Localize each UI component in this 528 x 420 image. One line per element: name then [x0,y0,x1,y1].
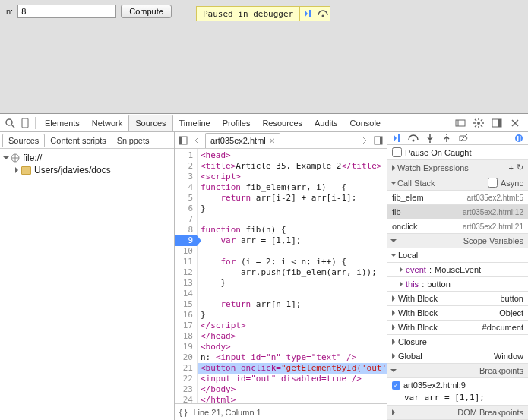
pause-on-caught-label: Pause On Caught [405,148,471,157]
deactivate-breakpoints-icon[interactable] [457,132,470,144]
callstack-header[interactable]: Call Stack Async [387,175,528,191]
disclosure-icon[interactable] [15,167,18,173]
tree-root[interactable]: file:// [5,152,169,164]
disclosure-icon[interactable] [3,156,9,159]
close-devtools-icon[interactable] [508,116,522,130]
scope-with-block[interactable]: With Block#document [387,321,528,335]
nav-back-icon[interactable] [190,134,204,147]
devtools-tab-audits[interactable]: Audits [308,115,344,131]
scope-with-block[interactable]: With Blockbutton [387,292,528,306]
svg-point-0 [321,15,324,17]
compute-button[interactable]: Compute [121,5,172,18]
scope-global[interactable]: GlobalWindow [387,349,528,364]
editor-statusbar: { } Line 21, Column 1 [175,403,387,420]
code-area[interactable]: <head><title>Article 35, Example 2</titl… [198,149,387,403]
chevron-right-icon [392,409,395,415]
resume-icon[interactable] [299,7,315,21]
devtools-toolbar: ElementsNetworkSourcesTimelineProfilesRe… [0,114,528,132]
devtools-tab-timeline[interactable]: Timeline [173,115,217,131]
pause-on-caught-checkbox[interactable] [392,147,402,157]
device-icon[interactable] [18,116,32,130]
breakpoints-header[interactable]: Breakpoints [387,364,528,378]
breakpoint-checkbox[interactable]: ✓ [392,381,400,390]
scope-var[interactable]: this: button [387,277,528,292]
svg-rect-3 [22,118,28,128]
drawer-icon[interactable] [454,116,467,130]
devtools-tab-profiles[interactable]: Profiles [217,115,257,131]
async-checkbox[interactable] [488,178,498,188]
scope-closure[interactable]: Closure [387,335,528,349]
add-watch-icon[interactable]: + [509,163,514,172]
dom-breakpoints-header[interactable]: DOM Breakpoints [387,406,528,420]
pretty-print-icon[interactable]: { } [179,408,187,417]
devtools: ElementsNetworkSourcesTimelineProfilesRe… [0,114,528,420]
label-n: n: [6,7,13,16]
watch-header[interactable]: Watch Expressions +↻ [387,160,528,175]
callstack-frame[interactable]: onclickart035ex2.html:21 [387,219,528,234]
navigator-tab[interactable]: Sources [2,134,45,147]
close-icon[interactable]: ✕ [269,137,275,145]
callstack-frame[interactable]: fib_elemart035ex2.html:5 [387,191,528,205]
scope-var[interactable]: event: MouseEvent [387,263,528,277]
pause-exceptions-icon[interactable] [513,132,525,144]
step-into-icon[interactable] [424,132,436,144]
editor-pane: art035ex2.html ✕ 12345678910111213141516… [175,132,387,420]
svg-point-24 [413,140,415,142]
chevron-down-icon [390,254,397,257]
callstack-frame[interactable]: fibart035ex2.html:12 [387,205,528,219]
chevron-right-icon [400,267,403,273]
sidebar-toggle-icon[interactable] [371,134,385,147]
chevron-right-icon [392,339,395,345]
navigator-tab[interactable]: Snippets [112,134,155,147]
debugger-paused-text: Paused in debugger [197,8,299,21]
tree-folder[interactable]: Users/jdavies/docs [5,164,169,176]
scope-header[interactable]: Scope Variables [387,234,528,248]
chevron-down-icon [390,369,397,372]
step-over-icon[interactable] [407,132,419,144]
dock-icon[interactable] [490,116,504,130]
refresh-icon[interactable]: ↻ [517,163,523,172]
step-out-icon[interactable] [441,132,453,144]
file-tree[interactable]: file:// Users/jdavies/docs [0,149,174,420]
devtools-tab-network[interactable]: Network [86,115,128,131]
editor-tab-label: art035ex2.html [210,136,266,145]
svg-rect-29 [517,136,519,141]
editor-tab[interactable]: art035ex2.html ✕ [205,133,280,148]
devtools-tab-sources[interactable]: Sources [128,115,172,131]
scope-local[interactable]: Local [387,248,528,263]
scope-with-block[interactable]: With BlockObject [387,306,528,321]
n-input[interactable] [17,5,116,18]
breakpoint-code: var arr = [1,1]; [392,393,485,403]
tree-root-label: file:// [23,153,42,163]
devtools-tab-elements[interactable]: Elements [39,115,86,131]
chevron-right-icon [392,353,395,359]
devtools-tab-resources[interactable]: Resources [256,115,308,131]
page-content: n: Compute Paused in debugger [0,0,528,114]
chevron-down-icon [390,182,397,185]
svg-line-14 [481,119,482,121]
code-editor[interactable]: 1234567891011121314151617181920212223242… [175,149,387,403]
debugger-sidebar: Pause On Caught Watch Expressions +↻ Cal… [387,132,528,420]
folder-icon [21,166,31,175]
editor-tabbar: art035ex2.html ✕ [175,132,387,149]
svg-point-28 [515,134,523,142]
chevron-right-icon [392,165,395,171]
inspect-icon[interactable] [3,116,17,130]
nav-toggle-icon[interactable] [176,134,190,147]
nav-forward-icon[interactable] [358,134,371,147]
chevron-right-icon [400,281,403,287]
line-gutter[interactable]: 1234567891011121314151617181920212223242… [175,149,198,403]
debugger-paused-badge: Paused in debugger [196,6,330,21]
pause-on-caught-row[interactable]: Pause On Caught [387,145,528,160]
breakpoint-item[interactable]: ✓art035ex2.html:9 var arr = [1,1]; [387,378,528,406]
svg-rect-21 [179,137,182,144]
devtools-tabs: ElementsNetworkSourcesTimelineProfilesRe… [39,114,387,132]
navigator-tab[interactable]: Content scripts [45,134,111,147]
globe-icon [11,153,20,163]
chevron-down-icon [390,239,397,242]
devtools-tab-console[interactable]: Console [344,115,387,131]
step-over-icon[interactable] [315,7,330,21]
svg-line-2 [11,125,14,128]
settings-icon[interactable] [472,116,485,130]
resume-icon[interactable] [390,132,403,144]
